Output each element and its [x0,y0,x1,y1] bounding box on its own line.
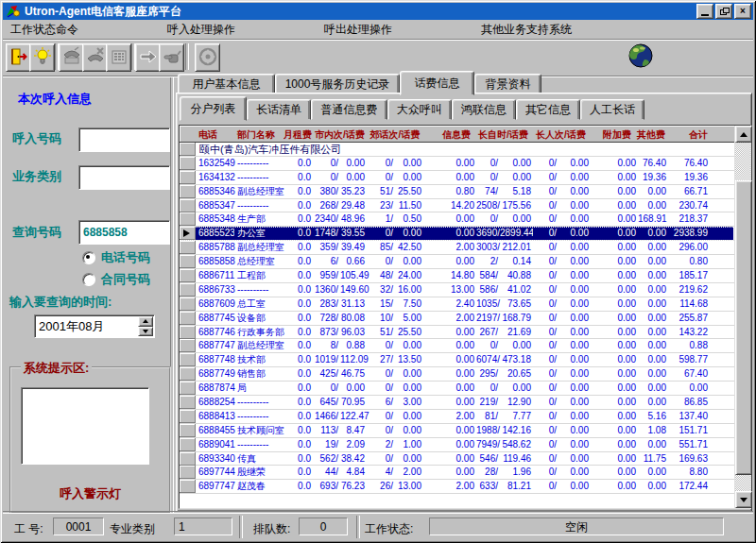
subtab-manual-long-distance[interactable]: 人工长话 [580,99,644,120]
row-header[interactable] [180,382,196,395]
close-button[interactable]: × [734,4,751,19]
menu-inbound-ops[interactable]: 呼入处理操作 [167,20,235,40]
service-type-input[interactable] [78,165,170,190]
header-phone[interactable]: 电话 [196,126,234,142]
row-header[interactable] [180,212,196,226]
answer-call-button[interactable] [59,43,84,72]
query-month-field[interactable]: 2001年08月 [34,314,155,338]
row-header[interactable] [180,157,196,170]
vertical-scrollbar[interactable] [734,126,750,508]
system-prompt-area[interactable] [21,387,149,465]
header-total[interactable]: 合计 [667,126,733,142]
table-row[interactable]: 6885347----------0.0268/29.4823/11.5014.… [180,199,750,213]
header-local-calls[interactable]: 市内次/话费 [313,126,367,142]
subtab-other-info[interactable]: 其它信息 [516,99,580,120]
tab-background-info[interactable]: 背景资料 [474,74,541,94]
row-header[interactable] [180,255,196,268]
row-header[interactable] [180,410,196,423]
row-header[interactable] [180,185,196,198]
row-header[interactable] [180,438,196,451]
row-header[interactable] [180,199,196,212]
subtab-mass-call[interactable]: 大众呼叫 [387,99,452,120]
table-row[interactable]: 6897744殷继荣0.044/4.844/2.000.0028/1.960/0… [180,466,750,480]
table-row[interactable]: 1634132----------0.00/0.000/0.000.000/0.… [180,171,750,185]
row-header[interactable] [180,466,196,479]
radio-contract-number[interactable]: 合同号码 [82,271,150,288]
tab-billing-info[interactable]: 话费信息 [400,71,474,95]
scrollbar-thumb[interactable] [735,180,752,475]
table-row[interactable]: 6887874局0.00/0.000/0.000.000/0.000/0.000… [180,382,750,396]
table-row[interactable]: 6897747赵茂春0.0693/76.2326/13.002.00633/81… [180,480,750,494]
cell: 0.00 [638,227,668,240]
query-number-input[interactable] [78,220,170,245]
table-row[interactable]: 6885858总经理室0.06/0.660/0.000.002/0.140/0.… [180,255,750,269]
table-row[interactable]: 6887749销售部0.0425/46.750/0.000.00295/20.6… [180,367,750,382]
tab-user-basic-info[interactable]: 用户基本信息 [178,74,275,94]
table-row[interactable]: 6888254----------0.0645/70.956/3.000.002… [180,396,750,410]
exit-button[interactable] [6,43,31,72]
row-header[interactable] [180,283,196,297]
table-row[interactable]: 6887747副总经理室0.08/0.880/0.000.000/0.000/0… [180,339,750,353]
end-call-button[interactable] [82,43,108,72]
spin-down-button[interactable] [138,327,153,337]
table-row[interactable]: 6889041----------0.019/2.092/1.000.00794… [180,438,750,452]
row-header[interactable] [180,339,196,352]
subtab-long-distance-list[interactable]: 长话清单 [247,99,311,120]
row-header[interactable] [180,297,196,311]
table-row[interactable]: 6886711工程部0.0959/105.4948/24.0014.80584/… [180,269,750,283]
header-info-fee[interactable]: 信息费 [423,126,472,142]
menu-outbound-ops[interactable]: 呼出处理操作 [324,20,392,40]
header-surcharge[interactable]: 附加费 [588,126,633,142]
row-header[interactable] [180,424,196,437]
row-header[interactable] [180,367,196,381]
table-row[interactable]: 6887745设备部0.0728/80.0810/5.002.002197/16… [180,312,750,326]
header-suburb-calls[interactable]: 郊话次/话费 [367,126,423,142]
transfer-button[interactable] [159,43,184,72]
table-row[interactable]: 6888455技术顾问室0.0113/8.470/0.000.001988/14… [180,424,750,438]
row-header[interactable] [180,452,196,466]
subtab-account-list[interactable]: 分户列表 [180,96,247,121]
restore-button[interactable] [715,4,732,19]
scroll-down-button[interactable] [735,491,752,508]
tab-1000-service-history[interactable]: 1000号服务历史记录 [275,74,400,94]
table-row[interactable]: 6887609总工室0.0283/31.1315/7.502.401035/73… [180,297,750,312]
row-header[interactable] [180,480,196,493]
menu-work-status[interactable]: 工作状态命令 [10,20,78,40]
table-row[interactable]: 6887748技术部0.01019/112.0927/13.500.006074… [180,353,750,367]
table-row[interactable]: 6885523办公室0.01748/39.550/0.000.003690/28… [180,227,750,241]
radio-phone-number[interactable]: 电话号码 [82,249,150,266]
row-header[interactable] [180,269,196,282]
table-row[interactable]: 6886733----------0.01360/149.6032/16.001… [180,283,750,297]
header-other-fee[interactable]: 其他费 [633,126,667,142]
company-row[interactable]: 颐中(青岛)汽车冲压件有限公司 [180,143,750,157]
row-header[interactable] [180,312,196,325]
minimize-button[interactable] [696,4,713,19]
header-auto-ld-calls[interactable]: 长自时/话费 [472,126,534,142]
row-header[interactable] [180,171,196,184]
row-header[interactable] [180,241,196,254]
subtab-honglian-info[interactable]: 鸿联信息 [452,99,516,120]
table-row[interactable]: 6885348生产部0.02340/48.961/0.500.000/0.000… [180,212,750,227]
table-row[interactable]: 1632549----------0.00/0.000/0.000.000/0.… [180,157,750,171]
table-row[interactable]: 6887746行政事务部0.0873/96.0351/25.500.00267/… [180,326,750,340]
row-header[interactable] [180,353,196,366]
table-row[interactable]: 6893340传真0.0562/38.420/0.000.00546/119.4… [180,452,750,467]
row-header[interactable] [180,326,196,339]
table-row[interactable]: 6885346副总经理室0.0380/35.2351/25.500.8074/5… [180,185,750,199]
table-row[interactable]: 6888413----------0.01466/122.470/0.002.0… [180,410,750,424]
header-department[interactable]: 部门名称 [234,126,284,142]
forward-button[interactable] [135,43,161,72]
header-manual-ld-calls[interactable]: 长人次/话费 [534,126,588,142]
dialpad-button[interactable] [106,43,131,72]
row-header[interactable] [180,227,196,240]
scroll-up-button[interactable] [735,126,752,143]
subtab-common-info-fee[interactable]: 普通信息费 [311,99,387,120]
caller-number-input[interactable] [78,127,170,152]
table-row[interactable]: 6885788副总经理室0.0359/39.4985/42.502.003003… [180,241,750,255]
header-monthly-rent[interactable]: 月租费 [284,126,313,142]
spin-up-button[interactable] [138,316,153,327]
ready-button[interactable] [29,43,55,72]
dial-button[interactable] [195,43,220,72]
row-header[interactable] [180,396,196,409]
menu-other-systems[interactable]: 其他业务支持系统 [481,20,572,40]
